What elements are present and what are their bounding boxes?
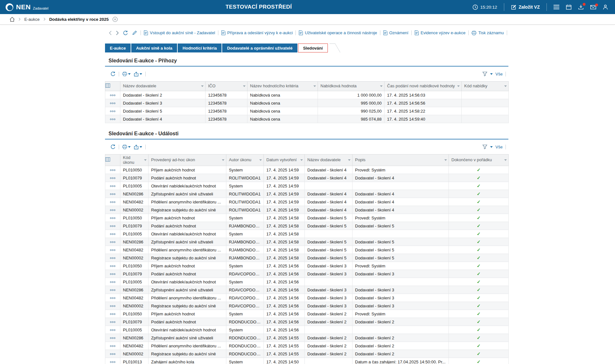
row-menu-icon[interactable] [110,353,116,355]
bids-table-row[interactable]: Dodavatel - školení 2 12345678 Nabídková… [105,91,509,99]
link-prepare-send-call[interactable]: Příprava a odeslání výzvy k e-aukci [221,30,293,35]
grid-refresh-icon[interactable] [110,71,116,76]
row-menu-icon[interactable] [110,177,116,179]
column-chooser-button[interactable] [105,154,120,166]
events-table-row[interactable]: NEN00482 Přidělení anonymního identifiká… [105,198,509,206]
filter-caret-icon[interactable] [243,85,246,87]
col-description[interactable]: Popis [352,154,449,166]
show-all-link[interactable]: Vše [496,145,503,149]
downloads-button[interactable] [578,4,584,10]
nav-back-icon[interactable] [108,31,112,35]
menu-icon[interactable] [554,5,559,9]
close-record-icon[interactable] [112,17,118,22]
events-table-row[interactable]: PL010079 Podání aukčních hodnot ROLITWID… [105,174,509,182]
row-menu-icon[interactable] [110,281,116,283]
row-menu-icon[interactable] [110,217,116,219]
link-print-record[interactable]: Tisk záznamu [472,30,504,35]
row-menu-icon[interactable] [110,345,116,347]
filter-caret-icon[interactable] [504,159,507,161]
row-menu-icon[interactable] [110,305,116,307]
chevron-down-icon[interactable] [490,146,493,148]
grid-refresh-icon[interactable] [110,144,116,149]
row-menu-icon[interactable] [110,337,116,339]
events-table-row[interactable]: PL010013 Zahájení aukčního kola System 1… [105,358,509,364]
row-menu-icon[interactable] [110,118,116,120]
events-table-row[interactable]: NEN00002 Registrace subjektu do aukční s… [105,206,509,214]
col-bid-value[interactable]: Nabídková hodnota [318,82,384,91]
row-menu-icon[interactable] [110,233,116,235]
row-menu-icon[interactable] [110,94,116,96]
user-icon[interactable] [603,4,608,10]
events-table-row[interactable]: NEN00482 Přidělení anonymního identifiká… [105,342,509,350]
calendar-icon[interactable] [566,4,571,10]
link-call-records[interactable]: Evidence výzev e-aukce [415,30,465,35]
events-table-row[interactable]: NEN00482 Přidělení anonymního identifiká… [105,246,509,254]
events-table-row[interactable]: PL010079 Podání aukčních hodnot RDONDUCD… [105,318,509,326]
row-menu-icon[interactable] [110,193,116,195]
col-action[interactable]: Provedený ad-hoc úkon [149,154,226,166]
grid-export-button[interactable] [134,72,142,76]
chevron-down-icon[interactable] [490,73,493,75]
events-table-row[interactable]: PL010050 Příjem aukčních hodnot System 1… [105,214,509,222]
bids-table-row[interactable]: Dodavatel - školení 5 12345678 Nabídková… [105,107,509,115]
filter-caret-icon[interactable] [222,159,224,161]
filter-caret-icon[interactable] [201,85,204,87]
nav-forward-icon[interactable] [115,31,119,35]
filter-caret-icon[interactable] [504,85,507,87]
events-table-row[interactable]: NEN00482 Přidělení anonymního identifiká… [105,294,509,302]
events-table-row[interactable]: NEN00286 Zpřístupnění aukční síně uživat… [105,334,509,342]
row-menu-icon[interactable] [110,321,116,323]
events-table-row[interactable]: NEN00002 Registrace subjektu do aukční s… [105,254,509,262]
bids-table-row[interactable]: Dodavatel - školení 4 12345678 Nabídková… [105,115,509,123]
refresh-icon[interactable] [122,30,129,36]
filter-caret-icon[interactable] [259,159,262,161]
events-table-row[interactable]: PL010050 Příjem aukčních hodnot System 1… [105,262,509,270]
filter-caret-icon[interactable] [300,159,303,161]
filter-caret-icon[interactable] [144,159,147,161]
home-icon[interactable] [10,17,15,22]
filter-caret-icon[interactable] [348,159,351,161]
col-action-code[interactable]: Kód úkonu [120,154,149,166]
events-table-row[interactable]: NEN00286 Zpřístupnění aukční síně uživat… [105,190,509,198]
show-all-link[interactable]: Vše [496,72,503,76]
events-table-row[interactable]: NEN00002 Registrace subjektu do aukční s… [105,350,509,358]
events-table-row[interactable]: PL010005 Otevírání nabídek/aukčních hodn… [105,182,509,190]
col-supplier[interactable]: Název dodavatele [305,154,352,166]
row-menu-icon[interactable] [110,313,116,315]
filter-caret-icon[interactable] [313,85,316,87]
events-table-row[interactable]: PL010079 Podání aukčních hodnot RJAMBOND… [105,222,509,230]
messages-button[interactable] [590,5,596,9]
row-menu-icon[interactable] [110,225,116,227]
col-criterion[interactable]: Název hodnotícího kritéria [247,82,318,91]
col-created[interactable]: Datum vytvoření [264,154,305,166]
row-menu-icon[interactable] [110,185,116,187]
breadcrumb-item-e-aukce[interactable]: E-aukce [24,17,40,22]
events-table-row[interactable]: PL010050 Příjem aukčních hodnot System 1… [105,310,509,318]
row-menu-icon[interactable] [110,297,116,299]
events-table-row[interactable]: NEN00002 Registrace subjektu do aukční s… [105,302,509,310]
col-bid-code[interactable]: Kód nabídky [462,82,509,91]
tab-e-aukce[interactable]: E-aukce [105,44,131,52]
col-supplier[interactable]: Název dodavatele [120,82,206,91]
events-table-row[interactable]: PL010005 Otevírání nabídek/aukčních hodn… [105,326,509,334]
events-table-row[interactable]: PL010050 Příjem aukčních hodnot System 1… [105,166,509,174]
link-enter-auction-hall[interactable]: Vstoupit do aukční síně - Zadavatel [144,30,215,35]
events-table-row[interactable]: PL010005 Otevírání nabídek/aukčních hodn… [105,278,509,286]
events-table-row[interactable]: NEN00286 Zpřístupnění aukční síně uživat… [105,238,509,246]
col-bid-time[interactable]: Čas podání nové nabídkové hodnoty [384,82,462,91]
row-menu-icon[interactable] [110,257,116,259]
row-menu-icon[interactable] [110,209,116,211]
row-menu-icon[interactable] [110,361,116,363]
events-table-row[interactable]: PL010005 Otevírání nabídek/aukčních hodn… [105,230,509,238]
edit-record-icon[interactable] [132,30,138,35]
filter-caret-icon[interactable] [457,85,460,87]
row-menu-icon[interactable] [110,289,116,291]
row-menu-icon[interactable] [110,329,116,331]
row-menu-icon[interactable] [110,241,116,243]
tab-dodavatele-a-opravneni[interactable]: Dodavatelé a oprávnění uživatelé [222,44,297,52]
link-notifications[interactable]: Oznámení [383,30,409,35]
row-menu-icon[interactable] [110,249,116,251]
events-table-row[interactable]: PL010079 Podání aukčních hodnot RDAVCOPD… [105,270,509,278]
grid-print-button[interactable] [122,72,131,76]
filter-caret-icon[interactable] [380,85,383,87]
